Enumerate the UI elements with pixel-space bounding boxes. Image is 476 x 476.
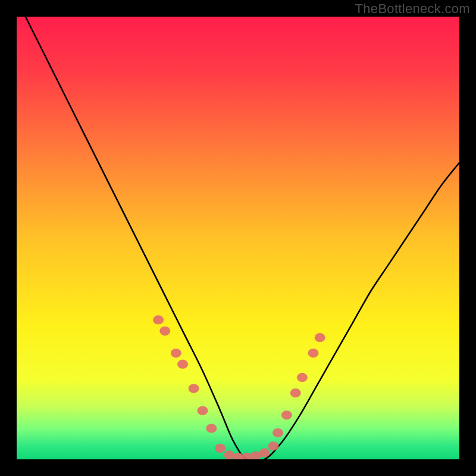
svg-point-4 — [177, 359, 188, 368]
svg-point-18 — [297, 373, 308, 382]
bottleneck-curve — [26, 17, 459, 459]
svg-point-15 — [273, 428, 283, 437]
svg-point-2 — [159, 327, 170, 336]
plot-area — [17, 17, 459, 459]
svg-point-8 — [215, 444, 226, 453]
svg-point-13 — [259, 448, 270, 457]
svg-point-1 — [153, 315, 164, 324]
svg-point-5 — [189, 384, 199, 393]
watermark-text: TheBottleneck.com — [355, 1, 470, 17]
chart-frame: TheBottleneck.com — [0, 0, 476, 476]
svg-point-16 — [281, 411, 292, 419]
svg-point-17 — [290, 389, 301, 397]
svg-point-7 — [206, 424, 217, 433]
svg-point-19 — [308, 349, 318, 358]
svg-point-3 — [171, 349, 181, 358]
highlight-dots-left — [153, 315, 217, 433]
chart-overlay — [17, 17, 459, 459]
svg-point-20 — [315, 333, 325, 342]
svg-point-6 — [197, 406, 208, 415]
svg-point-14 — [268, 441, 279, 450]
